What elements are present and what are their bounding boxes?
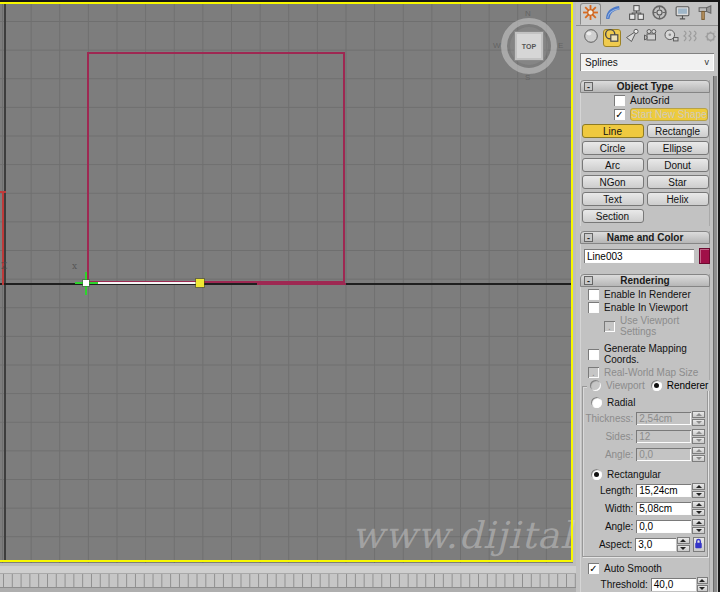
- viewcube-top-face[interactable]: TOP: [514, 31, 544, 61]
- enable-renderer-checkbox[interactable]: .: [588, 289, 599, 300]
- rollout-name-color: - Name and Color: [580, 231, 710, 269]
- render-parameters-group: Viewport Renderer Radial Thickness:: [582, 386, 708, 557]
- enable-renderer-label: Enable In Renderer: [604, 289, 691, 300]
- threshold-field[interactable]: 40,0: [651, 578, 696, 591]
- angle-rect-field[interactable]: 0,0: [636, 520, 691, 533]
- category-cameras[interactable]: [643, 29, 660, 47]
- use-viewport-settings-row: . Use Viewport Settings: [580, 315, 710, 337]
- real-world-label: Real-World Map Size: [604, 367, 698, 378]
- button-section[interactable]: Section: [582, 209, 644, 223]
- line-being-drawn[interactable]: [86, 282, 199, 284]
- threshold-label: Threshold:: [592, 579, 648, 590]
- track-bar[interactable]: [0, 566, 576, 592]
- angle-rect-label: Angle:: [583, 521, 633, 532]
- tab-modify[interactable]: [603, 3, 624, 25]
- rectangular-radio-circle[interactable]: [591, 469, 602, 480]
- width-spinner[interactable]: [692, 501, 705, 516]
- length-field[interactable]: 15,24cm: [636, 484, 691, 497]
- auto-smooth-label: Auto Smooth: [604, 563, 662, 574]
- active-viewport-border: [571, 2, 573, 562]
- top-viewport[interactable]: x Z TOP N S W E www.dijitalde: [0, 0, 576, 566]
- threshold-spinner[interactable]: [697, 577, 708, 592]
- start-new-shape-button[interactable]: Start New Shape: [630, 108, 708, 121]
- aspect-spinner[interactable]: [677, 537, 689, 552]
- tab-create[interactable]: [580, 3, 601, 25]
- watermark: www.dijitalde: [352, 514, 576, 557]
- width-label: Width:: [583, 503, 633, 514]
- button-text[interactable]: Text: [582, 192, 644, 206]
- collapse-icon[interactable]: -: [584, 82, 593, 91]
- tab-hierarchy[interactable]: [626, 3, 647, 25]
- category-geometry[interactable]: [583, 29, 600, 47]
- width-field[interactable]: 5,08cm: [636, 502, 691, 515]
- panel-scrollbar[interactable]: [713, 76, 717, 592]
- button-arc[interactable]: Arc: [582, 158, 644, 172]
- rollout-header-object-type[interactable]: - Object Type: [580, 80, 710, 93]
- threshold-row: Threshold: 40,0: [580, 577, 710, 592]
- button-ngon[interactable]: NGon: [582, 175, 644, 189]
- angle-rect-row: Angle: 0,0: [583, 519, 707, 534]
- line-start-vertex[interactable]: [83, 280, 89, 286]
- autogrid-checkbox[interactable]: .: [614, 95, 625, 106]
- hierarchy-boxes-icon: [628, 4, 645, 25]
- render-mode-radios: Viewport Renderer: [587, 380, 703, 391]
- object-name-field[interactable]: [584, 249, 694, 263]
- subcategory-value: Splines: [585, 57, 618, 68]
- category-shapes[interactable]: [603, 29, 621, 47]
- renderer-radio[interactable]: Renderer: [648, 380, 712, 391]
- enable-viewport-row: . Enable In Viewport: [580, 302, 710, 313]
- line-end-vertex[interactable]: [196, 279, 204, 287]
- viewcube-north-label: N: [525, 9, 531, 18]
- aspect-label: Aspect:: [583, 539, 632, 550]
- angle-rect-spinner[interactable]: [692, 519, 705, 534]
- tab-motion[interactable]: [649, 3, 670, 25]
- red-spline-segment[interactable]: [2, 192, 4, 285]
- rectangular-radio-label: Rectangular: [607, 469, 661, 480]
- renderer-radio-circle[interactable]: [651, 380, 662, 391]
- aspect-lock-button[interactable]: [693, 537, 705, 552]
- button-helix[interactable]: Helix: [647, 192, 709, 206]
- button-donut[interactable]: Donut: [647, 158, 709, 172]
- button-line[interactable]: Line: [582, 124, 644, 138]
- auto-smooth-checkbox[interactable]: ✓: [588, 563, 599, 574]
- collapse-icon[interactable]: -: [584, 276, 593, 285]
- radial-radio-circle[interactable]: [591, 397, 602, 408]
- object-color-swatch[interactable]: [699, 248, 710, 264]
- button-star[interactable]: Star: [647, 175, 709, 189]
- category-helpers[interactable]: [663, 29, 680, 47]
- aspect-field[interactable]: 3,0: [635, 538, 676, 551]
- category-lights[interactable]: [624, 29, 641, 47]
- subcategory-dropdown[interactable]: Splines v: [580, 53, 714, 71]
- button-circle[interactable]: Circle: [582, 141, 644, 155]
- collapse-icon[interactable]: -: [584, 233, 593, 242]
- button-rectangle[interactable]: Rectangle: [647, 124, 709, 138]
- thickness-row: Thickness: 2,54cm: [583, 411, 707, 426]
- rollout-header-rendering[interactable]: - Rendering: [580, 274, 710, 287]
- rectangular-row: Rectangular: [583, 469, 707, 480]
- tab-display[interactable]: [672, 3, 693, 25]
- category-systems[interactable]: [702, 29, 719, 47]
- motion-wheel-icon: [651, 4, 668, 25]
- generate-mapping-label: Generate Mapping Coords.: [604, 343, 710, 365]
- shapes-icon: [604, 28, 620, 48]
- rollout-header-name-color[interactable]: - Name and Color: [580, 231, 710, 244]
- timeline-ruler[interactable]: [0, 573, 576, 588]
- width-row: Width: 5,08cm: [583, 501, 707, 516]
- angle-radial-row: Angle: 0,0: [583, 447, 707, 462]
- sides-row: Sides: 12: [583, 429, 707, 444]
- button-ellipse[interactable]: Ellipse: [647, 141, 709, 155]
- spline-rectangle-object[interactable]: [87, 52, 345, 283]
- length-spinner[interactable]: [692, 483, 705, 498]
- enable-viewport-checkbox[interactable]: .: [588, 302, 599, 313]
- real-world-row: . Real-World Map Size: [580, 367, 710, 378]
- sides-spinner: [692, 429, 705, 444]
- spline-rectangle-bottom-edge[interactable]: [257, 283, 346, 285]
- generate-mapping-checkbox[interactable]: .: [588, 349, 599, 360]
- create-categories: [576, 26, 718, 50]
- sides-label: Sides:: [583, 431, 633, 442]
- window-top-edge: [0, 0, 720, 2]
- sides-field: 12: [636, 430, 691, 443]
- tab-utilities[interactable]: [695, 3, 716, 25]
- category-spacewarps[interactable]: [682, 29, 699, 47]
- start-new-shape-checkbox[interactable]: ✓: [614, 109, 625, 120]
